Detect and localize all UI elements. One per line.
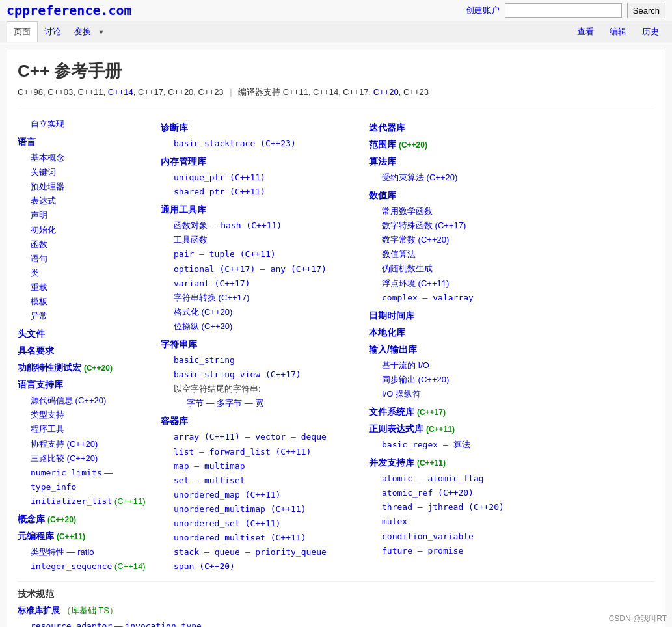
basic-regex-link[interactable]: basic_regex bbox=[382, 440, 438, 449]
stream-io-link[interactable]: 基于流的 I/O bbox=[382, 360, 429, 370]
numeric-limits-row: numeric_limits — type_info bbox=[18, 466, 154, 494]
nav-history[interactable]: 历史 bbox=[636, 22, 665, 42]
initialization-link[interactable]: 初始化 bbox=[31, 225, 56, 235]
queue-link[interactable]: queue bbox=[215, 547, 240, 557]
forward-list-link[interactable]: forward_list (C++11) bbox=[209, 447, 312, 457]
coroutine-link[interactable]: 协程支持 (C++20) bbox=[31, 439, 98, 449]
thread-link[interactable]: thread bbox=[382, 502, 412, 512]
sync-output-link[interactable]: 同步输出 (C++20) bbox=[382, 375, 449, 384]
priority-queue-link[interactable]: priority_queue bbox=[255, 547, 327, 557]
nav-view[interactable]: 查看 bbox=[571, 22, 600, 42]
statements-link[interactable]: 语句 bbox=[31, 254, 47, 263]
hash-link[interactable]: hash (C++11) bbox=[221, 220, 282, 230]
search-button[interactable]: Search bbox=[627, 3, 665, 18]
constrained-algo-link[interactable]: 受约束算法 (C++20) bbox=[382, 172, 457, 182]
stack-link[interactable]: stack bbox=[174, 547, 199, 557]
deque-link[interactable]: deque bbox=[301, 432, 327, 442]
list-link[interactable]: list bbox=[174, 447, 194, 457]
tab-transform[interactable]: 变换 bbox=[68, 22, 98, 42]
utility-func-link[interactable]: 工具函数 bbox=[174, 235, 208, 245]
future-link[interactable]: future bbox=[382, 546, 412, 555]
optional-link[interactable]: optional (C++17) bbox=[174, 264, 255, 274]
resource-adaptor-link[interactable]: resource_adaptor bbox=[31, 621, 112, 627]
multiset-link[interactable]: multiset bbox=[204, 475, 245, 485]
transform-dropdown-arrow[interactable]: ▼ bbox=[98, 28, 105, 36]
array-link[interactable]: array (C++11) bbox=[174, 432, 240, 442]
condition-variable-link[interactable]: condition_variable bbox=[382, 531, 474, 541]
variant-link[interactable]: variant (C++17) bbox=[174, 278, 250, 288]
basic-concepts-link[interactable]: 基本概念 bbox=[31, 153, 64, 163]
valarray-link[interactable]: valarray bbox=[433, 293, 474, 302]
overload-link[interactable]: 重载 bbox=[31, 282, 47, 292]
functions-link[interactable]: 函数 bbox=[31, 239, 47, 249]
multibyte-str-link[interactable]: 多字节 bbox=[217, 398, 242, 408]
unordered-map-link[interactable]: unordered_map (C++11) bbox=[174, 490, 280, 500]
unique-ptr-link[interactable]: unique_ptr (C++11) bbox=[174, 172, 265, 182]
three-way-link[interactable]: 三路比较 (C++20) bbox=[31, 453, 98, 463]
shared-ptr-link[interactable]: shared_ptr (C++11) bbox=[174, 187, 265, 196]
map-link[interactable]: map bbox=[174, 461, 189, 471]
invocation-type-link[interactable]: invocation_type bbox=[125, 621, 201, 627]
type-traits-link[interactable]: 类型特性 bbox=[31, 547, 64, 557]
any-link[interactable]: any (C++17) bbox=[271, 264, 327, 274]
format-link[interactable]: 格式化 (C++20) bbox=[174, 307, 232, 317]
tab-page[interactable]: 页面 bbox=[7, 21, 38, 42]
function-obj-link[interactable]: 函数对象 bbox=[174, 220, 208, 230]
self-impl-link[interactable]: 自立实现 bbox=[31, 119, 64, 129]
unordered-set-link[interactable]: unordered_set (C++11) bbox=[174, 518, 280, 528]
expressions-link[interactable]: 表达式 bbox=[31, 196, 56, 206]
tuple-link[interactable]: tuple (C++11) bbox=[209, 249, 276, 259]
unordered-multimap-link[interactable]: unordered_multimap (C++11) bbox=[174, 504, 306, 514]
vector-link[interactable]: vector bbox=[255, 432, 286, 442]
nav-edit[interactable]: 编辑 bbox=[603, 22, 633, 42]
source-info-link[interactable]: 源代码信息 (C++20) bbox=[31, 395, 106, 405]
mutex-link[interactable]: mutex bbox=[382, 516, 407, 526]
pair-link[interactable]: pair bbox=[174, 249, 194, 259]
multimap-link[interactable]: multimap bbox=[204, 461, 245, 471]
wide-str-link[interactable]: 宽 bbox=[255, 398, 263, 408]
numeric-algo-link[interactable]: 数值算法 bbox=[382, 249, 416, 259]
special-func-link[interactable]: 数字特殊函数 (C++17) bbox=[382, 220, 466, 230]
cpp20-compiler-link[interactable]: C++20 bbox=[373, 87, 399, 97]
type-info-link[interactable]: type_info bbox=[31, 482, 76, 492]
fenv-link[interactable]: 浮点环境 (C++11) bbox=[382, 278, 449, 288]
unordered-multiset-link[interactable]: unordered_multiset (C++11) bbox=[174, 533, 306, 542]
create-account-link[interactable]: 创建账户 bbox=[466, 5, 500, 16]
math-const-link[interactable]: 数字常数 (C++20) bbox=[382, 235, 449, 245]
io-manip-link[interactable]: I/O 操纵符 bbox=[382, 389, 421, 399]
std-ext-link[interactable]: 标准库扩展 bbox=[18, 606, 60, 615]
numeric-limits-link[interactable]: numeric_limits bbox=[31, 468, 102, 477]
random-link[interactable]: 伪随机数生成 bbox=[382, 263, 433, 273]
program-util-link[interactable]: 程序工具 bbox=[31, 424, 64, 434]
atomic-link[interactable]: atomic bbox=[382, 474, 412, 483]
main-grid: 自立实现 语言 基本概念 关键词 预处理器 表达式 声明 初始化 函数 语句 类… bbox=[18, 109, 654, 574]
promise-link[interactable]: promise bbox=[427, 546, 463, 555]
classes-link[interactable]: 类 bbox=[31, 268, 39, 278]
keywords-link[interactable]: 关键词 bbox=[31, 167, 56, 177]
complex-link[interactable]: complex bbox=[382, 293, 418, 302]
basic-string-view-link[interactable]: basic_string_view (C++17) bbox=[174, 369, 301, 379]
charconv-link[interactable]: 字符串转换 (C++17) bbox=[174, 293, 249, 302]
byte-str-link[interactable]: 字节 bbox=[187, 398, 204, 408]
atomic-ref-link[interactable]: atomic_ref (C++20) bbox=[382, 488, 474, 498]
regex-algo-link[interactable]: 算法 bbox=[453, 440, 470, 449]
exceptions-link[interactable]: 异常 bbox=[31, 311, 47, 321]
bit-manip-link[interactable]: 位操纵 (C++20) bbox=[174, 321, 232, 331]
ratio-link[interactable]: ratio bbox=[77, 547, 94, 557]
tab-discuss[interactable]: 讨论 bbox=[38, 22, 68, 42]
declarations-link[interactable]: 声明 bbox=[31, 210, 47, 220]
span-link[interactable]: span (C++20) bbox=[174, 561, 235, 571]
integer-sequence-link[interactable]: integer_sequence bbox=[31, 561, 112, 571]
initializer-list-link[interactable]: initializer_list bbox=[31, 496, 112, 506]
basic-stacktrace-link[interactable]: basic_stacktrace (C++23) bbox=[174, 139, 296, 148]
search-input[interactable] bbox=[505, 3, 622, 18]
jthread-link[interactable]: jthread (C++20) bbox=[427, 502, 504, 512]
templates-link[interactable]: 模板 bbox=[31, 297, 47, 306]
atomic-flag-link[interactable]: atomic_flag bbox=[427, 474, 483, 483]
common-math-link[interactable]: 常用数学函数 bbox=[382, 206, 433, 216]
set-link[interactable]: set bbox=[174, 475, 189, 485]
type-support-link[interactable]: 类型支持 bbox=[31, 410, 64, 420]
preprocessor-link[interactable]: 预处理器 bbox=[31, 181, 64, 191]
cpp14-link[interactable]: C++14 bbox=[108, 87, 133, 97]
basic-string-link[interactable]: basic_string bbox=[174, 355, 235, 365]
